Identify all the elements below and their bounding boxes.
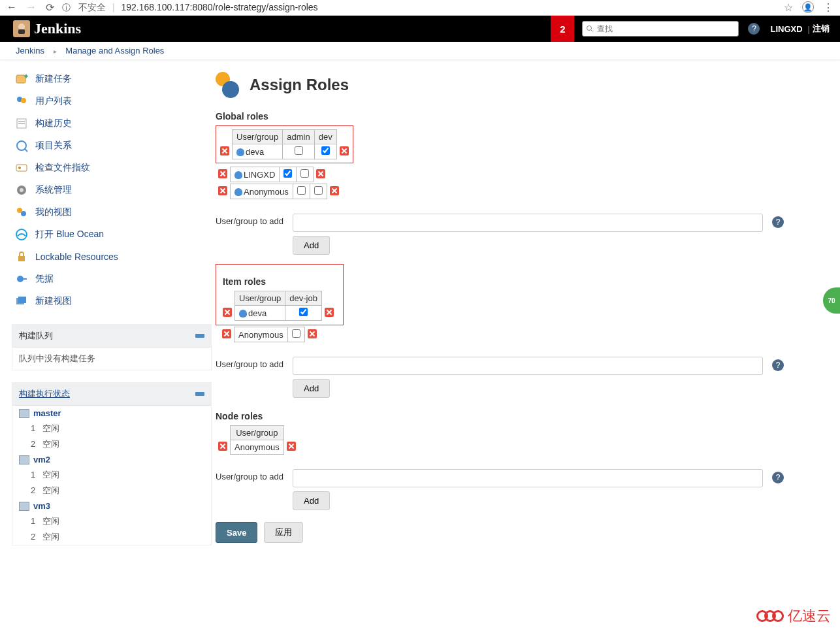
role-checkbox[interactable] <box>314 186 323 195</box>
sidebar-task-label[interactable]: 我的视图 <box>35 206 72 218</box>
main-content: Assign Roles Global roles User/groupadmi… <box>216 60 840 562</box>
sidebar-task-label[interactable]: Lockable Resources <box>35 252 118 262</box>
sidebar-task-manage[interactable]: 系统管理 <box>12 179 212 201</box>
executor-slot: 1 空闲 <box>12 421 211 436</box>
help-icon[interactable]: ? <box>772 359 784 371</box>
breadcrumb-jenkins[interactable]: Jenkins <box>16 46 44 56</box>
user-icon <box>234 171 242 179</box>
sidebar-task-new-item[interactable]: ✦新建任务 <box>12 68 212 90</box>
url-bar[interactable]: 不安全 | 192.168.100.117:8080/role-strategy… <box>78 2 318 14</box>
item-add-label: User/group to add <box>216 357 287 369</box>
delete-icon[interactable] <box>340 146 349 155</box>
role-checkbox[interactable] <box>295 146 303 155</box>
history-icon <box>14 116 29 131</box>
sidebar-task-users[interactable]: 用户列表 <box>12 90 212 112</box>
svg-rect-20 <box>22 278 27 280</box>
sidebar-task-label[interactable]: 新建视图 <box>35 295 72 307</box>
star-icon[interactable]: ☆ <box>784 1 793 14</box>
delete-icon[interactable] <box>330 186 339 195</box>
role-checkbox[interactable] <box>300 169 309 178</box>
table-row: Anonymous <box>216 184 342 199</box>
apply-button[interactable]: 应用 <box>264 522 303 543</box>
role-checkbox[interactable] <box>297 186 306 195</box>
node-link[interactable]: vm2 <box>33 455 50 464</box>
save-button[interactable]: Save <box>216 522 257 543</box>
sidebar-task-label[interactable]: 检查文件指纹 <box>35 162 90 174</box>
delete-icon[interactable] <box>325 308 334 317</box>
search-input[interactable] <box>582 21 739 37</box>
blue-ocean-icon <box>14 227 29 242</box>
col-role: dev <box>314 130 336 144</box>
role-table: LINGXD <box>216 167 328 182</box>
sidebar-task-credentials[interactable]: 凭据 <box>12 268 212 290</box>
role-table: Anonymous <box>216 184 342 199</box>
browser-toolbar: ← → ⟳ ⓘ 不安全 | 192.168.100.117:8080/role-… <box>0 0 840 16</box>
global-add-label: User/group to add <box>216 214 287 226</box>
forward-icon[interactable]: → <box>26 1 37 14</box>
logout-link[interactable]: 注销 <box>813 23 830 35</box>
role-checkbox[interactable] <box>321 146 330 155</box>
sidebar-task-lock[interactable]: Lockable Resources <box>12 246 212 268</box>
svg-rect-18 <box>18 256 25 261</box>
executor-slot: 2 空闲 <box>12 436 211 452</box>
sidebar-task-history[interactable]: 构建历史 <box>12 112 212 135</box>
role-checkbox[interactable] <box>292 329 300 338</box>
delete-icon[interactable] <box>218 442 227 451</box>
delete-icon[interactable] <box>218 186 227 195</box>
sidebar-task-my-views[interactable]: 我的视图 <box>12 201 212 223</box>
collapse-icon[interactable] <box>195 392 204 396</box>
svg-rect-11 <box>16 165 27 171</box>
sidebar-task-blue-ocean[interactable]: 打开 Blue Ocean <box>12 223 212 246</box>
sidebar-task-relations[interactable]: 项目关系 <box>12 135 212 157</box>
sidebar-task-new-view[interactable]: 新建视图 <box>12 290 212 312</box>
svg-rect-1 <box>18 29 25 34</box>
help-icon[interactable]: ? <box>772 216 784 228</box>
sidebar-task-label[interactable]: 系统管理 <box>35 184 72 196</box>
sidebar-task-label[interactable]: 凭据 <box>35 273 54 285</box>
global-add-button[interactable]: Add <box>293 236 330 255</box>
lock-icon <box>14 250 29 264</box>
sidebar-task-label[interactable]: 用户列表 <box>35 95 72 107</box>
executor-node: vm3 <box>12 498 211 513</box>
info-icon[interactable]: ⓘ <box>62 2 71 14</box>
delete-icon[interactable] <box>316 169 325 178</box>
new-view-icon <box>14 294 29 308</box>
new-item-icon: ✦ <box>14 72 29 86</box>
item-add-button[interactable]: Add <box>293 379 330 398</box>
user-link[interactable]: LINGXD <box>770 24 802 34</box>
account-icon[interactable]: 👤 <box>802 1 814 13</box>
delete-icon[interactable] <box>223 308 232 317</box>
sidebar-task-label[interactable]: 新建任务 <box>35 73 72 85</box>
delete-icon[interactable] <box>222 329 231 338</box>
jenkins-header: Jenkins 2 ? LINGXD | 注销 <box>0 16 840 42</box>
node-add-button[interactable]: Add <box>293 491 330 510</box>
node-add-input[interactable] <box>293 469 763 487</box>
delete-icon[interactable] <box>287 442 296 451</box>
item-add-input[interactable] <box>293 357 763 375</box>
jenkins-logo[interactable]: Jenkins <box>13 20 81 37</box>
role-checkbox[interactable] <box>283 169 292 178</box>
delete-icon[interactable] <box>218 169 227 178</box>
menu-icon[interactable]: ⋮ <box>823 1 833 14</box>
delete-icon[interactable] <box>308 329 317 338</box>
sidebar-task-label[interactable]: 构建历史 <box>35 118 72 129</box>
help-icon[interactable]: ? <box>772 472 784 483</box>
computer-icon <box>19 409 29 418</box>
breadcrumb-manage-roles[interactable]: Manage and Assign Roles <box>65 46 164 56</box>
delete-icon[interactable] <box>220 146 229 155</box>
sidebar-task-fingerprint[interactable]: 检查文件指纹 <box>12 157 212 179</box>
node-link[interactable]: vm3 <box>33 501 50 511</box>
collapse-icon[interactable] <box>195 334 204 338</box>
back-icon[interactable]: ← <box>7 1 17 14</box>
executor-slot: 2 空闲 <box>12 529 211 545</box>
assign-roles-icon <box>216 72 242 98</box>
role-checkbox[interactable] <box>299 308 308 316</box>
help-icon[interactable]: ? <box>748 23 760 35</box>
executor-title[interactable]: 构建执行状态 <box>19 388 70 400</box>
reload-icon[interactable]: ⟳ <box>46 1 54 14</box>
sidebar-task-label[interactable]: 打开 Blue Ocean <box>35 229 104 240</box>
sidebar-task-label[interactable]: 项目关系 <box>35 140 72 152</box>
global-add-input[interactable] <box>293 214 763 232</box>
notification-badge[interactable]: 2 <box>551 16 574 42</box>
node-link[interactable]: master <box>33 408 61 418</box>
